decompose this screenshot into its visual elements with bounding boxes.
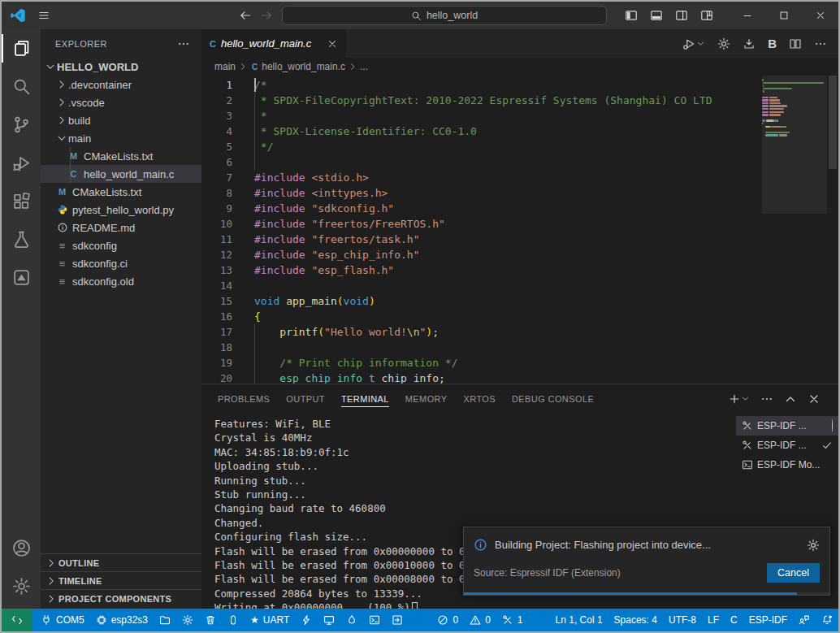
status-custom-task[interactable] [386, 609, 409, 631]
panel-tab-memory[interactable]: MEMORY [397, 384, 456, 413]
activity-manage-settings[interactable] [2, 567, 41, 605]
status-problems-errors[interactable]: 0 [431, 609, 464, 631]
status-notifications-bell[interactable] [816, 609, 838, 631]
split-editor-button[interactable] [789, 37, 802, 50]
section-project-components[interactable]: PROJECT COMPONENTS [41, 589, 201, 607]
tree-file-readme-md[interactable]: README.md [41, 219, 201, 236]
status-cursor-position[interactable]: Ln 1, Col 1 [550, 609, 608, 631]
section-timeline[interactable]: TIMELINE [41, 571, 201, 589]
tree-folder-build[interactable]: build [41, 111, 201, 129]
forward-arrow-icon[interactable] [260, 9, 273, 22]
panel-tab-problems[interactable]: PROBLEMS [210, 384, 278, 413]
activity-search[interactable] [2, 67, 41, 106]
more-panel-actions-button[interactable] [760, 392, 773, 405]
section-outline[interactable]: OUTLINE [41, 553, 201, 571]
status-espidf-tools[interactable]: 1 [496, 609, 529, 631]
chevron-right-icon [55, 97, 68, 108]
close-tab-icon[interactable] [327, 38, 338, 50]
explorer-more-actions-icon[interactable] [177, 37, 190, 50]
customize-layout-button[interactable] [694, 9, 719, 22]
tree-file-hello-world-main-c[interactable]: Chello_world_main.c [41, 165, 201, 183]
status-flash-method[interactable]: ★UART [245, 609, 295, 631]
status-monitor-device[interactable] [318, 609, 340, 631]
panel-tab-debug-console[interactable]: DEBUG CONSOLE [504, 384, 602, 413]
close-window-button[interactable] [802, 10, 838, 21]
maximize-button[interactable] [765, 10, 802, 21]
activity-source-control[interactable] [2, 106, 41, 144]
tree-file-cmakelists-txt[interactable]: MCMakeLists.txt [41, 147, 201, 165]
terminal-list-item[interactable]: ESP-IDF Mo... [736, 455, 838, 475]
status-flash-device[interactable] [295, 609, 318, 631]
breadcrumb-item[interactable]: hello_world_main.c [262, 61, 345, 72]
tree-folder-main[interactable]: main [41, 129, 201, 147]
tree-file-sdkconfig-old[interactable]: ≡sdkconfig.old [41, 272, 201, 290]
status-serial-port[interactable]: COM5 [35, 609, 90, 631]
tree-folder--devcontainer[interactable]: .devcontainer [41, 76, 201, 93]
menu-icon[interactable] [37, 9, 50, 22]
breadcrumb-item[interactable]: ... [360, 61, 368, 72]
activity-extensions[interactable] [2, 182, 41, 220]
code-line-6: 6 [201, 154, 838, 170]
status-feedback[interactable] [793, 609, 816, 631]
panel-tab-output[interactable]: OUTPUT [278, 384, 333, 413]
close-panel-button[interactable] [808, 392, 821, 405]
maximize-panel-button[interactable] [784, 392, 797, 405]
status-remote-indicator[interactable] [2, 609, 32, 631]
idf-menuconfig-button[interactable] [717, 37, 730, 50]
status-eol[interactable]: LF [702, 609, 725, 631]
activity-accounts[interactable] [2, 529, 41, 567]
code-text: #include <inttypes.h> [232, 185, 388, 201]
tools-icon [742, 420, 753, 431]
tree-folder--vscode[interactable]: .vscode [41, 93, 201, 111]
back-arrow-icon[interactable] [239, 9, 252, 22]
status-workspace-folder[interactable] [154, 609, 176, 631]
notification-settings-icon[interactable] [807, 539, 820, 552]
command-center-search[interactable]: hello_world [282, 6, 607, 25]
status-encoding[interactable]: UTF-8 [663, 609, 702, 631]
idf-build-button[interactable]: B [768, 37, 777, 50]
more-actions-icon [814, 37, 827, 50]
minimize-button[interactable] [729, 10, 765, 21]
activity-run-and-debug[interactable] [2, 144, 41, 182]
breadcrumb-item[interactable]: main [214, 61, 236, 72]
new-terminal-button[interactable] [728, 392, 750, 405]
status-build-flash-monitor[interactable] [340, 609, 363, 631]
status-erase-flash[interactable] [222, 609, 245, 631]
status-language-mode[interactable]: C [725, 609, 743, 631]
code-editor[interactable]: 1/*2 * SPDX-FileCopyrightText: 2010-2022… [201, 76, 838, 384]
tree-file-sdkconfig[interactable]: ≡sdkconfig [41, 236, 201, 254]
activity-explorer[interactable] [2, 29, 41, 67]
panel-tab-terminal[interactable]: TERMINAL [333, 384, 397, 413]
status-espidf-version[interactable]: ESP-IDF [743, 609, 793, 631]
activity-esp-idf-explorer[interactable] [2, 258, 41, 297]
status-indentation[interactable]: Spaces: 4 [608, 609, 663, 631]
toggle-panel-button[interactable] [643, 9, 669, 22]
status-problems-warnings[interactable]: 0 [464, 609, 496, 631]
status-full-clean[interactable] [199, 609, 222, 631]
code-text: #include "esp_flash.h" [232, 262, 394, 278]
tree-root[interactable]: HELLO_WORLD [41, 58, 201, 76]
status-espidf-terminal[interactable] [363, 609, 386, 631]
terminal-line: Writing at 0x00000000... (100 %) [214, 600, 736, 609]
panel-actions [728, 392, 830, 405]
terminal-list-item[interactable]: ESP-IDF ... [736, 416, 838, 436]
toggle-primary-sidebar-button[interactable] [618, 9, 643, 22]
cancel-button[interactable]: Cancel [767, 563, 820, 583]
terminal-list-item[interactable]: ESP-IDF ... [736, 436, 838, 455]
status-sdk-config-editor[interactable] [176, 609, 199, 631]
status-device-target[interactable]: esp32s3 [90, 609, 154, 631]
toggle-secondary-sidebar-button[interactable] [669, 9, 694, 22]
code-text: esp_chip_info_t chip_info; [232, 371, 445, 384]
code-line-10: 10#include "freertos/FreeRTOS.h" [201, 216, 838, 232]
run-or-debug-button[interactable] [682, 37, 705, 50]
editor-scrollbar[interactable] [829, 76, 837, 169]
tab-hello-world-main[interactable]: C hello_world_main.c [201, 29, 346, 58]
tree-file-pytest-hello-world-py[interactable]: pytest_hello_world.py [41, 201, 201, 219]
activity-testing[interactable] [2, 220, 41, 258]
panel-tab-xrtos[interactable]: XRTOS [456, 384, 504, 413]
tree-file-cmakelists-txt[interactable]: MCMakeLists.txt [41, 183, 201, 201]
minimap[interactable] [762, 76, 827, 137]
idf-flash-button[interactable] [743, 37, 756, 50]
more-actions-button[interactable] [814, 37, 827, 50]
tree-file-sdkconfig-ci[interactable]: ≡sdkconfig.ci [41, 254, 201, 272]
